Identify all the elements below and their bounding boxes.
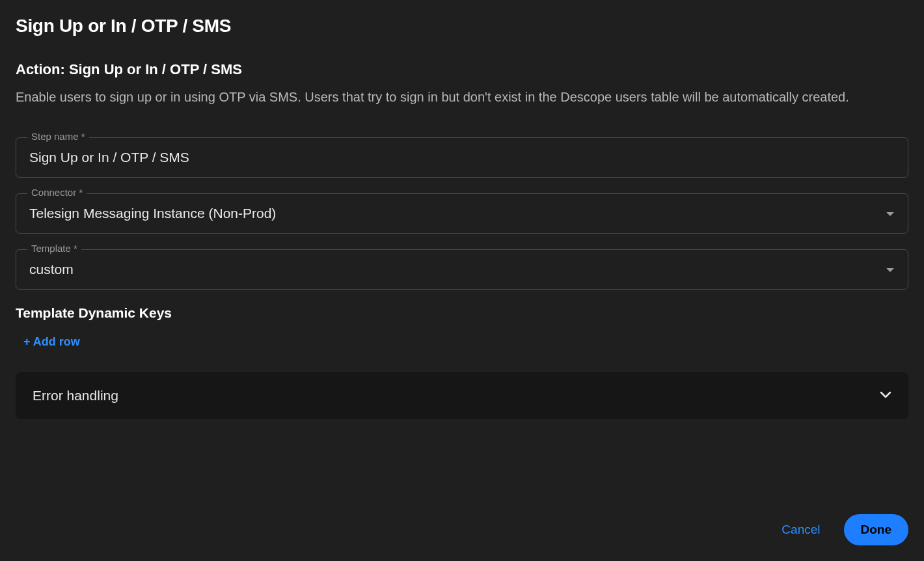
error-handling-title: Error handling bbox=[33, 388, 118, 404]
template-field-wrapper: Template * custom bbox=[16, 249, 908, 290]
connector-field-wrapper: Connector * Telesign Messaging Instance … bbox=[16, 193, 908, 234]
connector-label: Connector * bbox=[27, 187, 87, 198]
step-name-field-wrapper: Step name * bbox=[16, 137, 908, 178]
footer-buttons: Cancel Done bbox=[776, 514, 908, 545]
action-title: Action: Sign Up or In / OTP / SMS bbox=[16, 61, 908, 78]
page-title: Sign Up or In / OTP / SMS bbox=[16, 16, 908, 36]
add-row-button[interactable]: + Add row bbox=[16, 335, 88, 349]
cancel-button[interactable]: Cancel bbox=[776, 515, 825, 545]
error-handling-accordion[interactable]: Error handling bbox=[16, 372, 908, 419]
action-description: Enable users to sign up or in using OTP … bbox=[16, 87, 888, 107]
connector-select[interactable]: Telesign Messaging Instance (Non-Prod) bbox=[16, 193, 908, 234]
done-button[interactable]: Done bbox=[844, 514, 909, 545]
dynamic-keys-title: Template Dynamic Keys bbox=[16, 305, 908, 321]
template-select[interactable]: custom bbox=[16, 249, 908, 290]
step-name-label: Step name * bbox=[27, 131, 89, 142]
template-label: Template * bbox=[27, 243, 81, 254]
step-name-input[interactable] bbox=[16, 137, 908, 178]
chevron-down-icon bbox=[880, 390, 891, 402]
